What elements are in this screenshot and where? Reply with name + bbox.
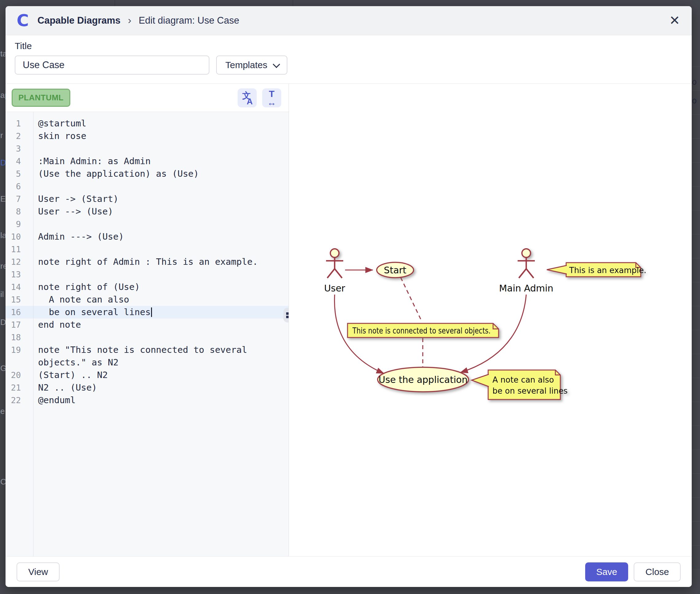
chevron-right-icon: › [128, 14, 131, 26]
edge-row-line [692, 497, 700, 498]
editor-row[interactable]: 5(Use the application) as (Use) [5, 167, 289, 180]
editor-row[interactable]: 6 [5, 180, 289, 193]
screen: { "header": { "logo_letter": "C", "app_n… [0, 0, 700, 594]
line-number: 15 [5, 293, 33, 306]
chevron-down-icon [273, 60, 280, 68]
line-number: 20 [5, 369, 33, 382]
editor-row[interactable]: 1@startuml [5, 117, 289, 130]
line-number: 18 [5, 331, 33, 343]
line-number: 9 [5, 218, 33, 230]
close-icon[interactable]: ✕ [668, 13, 681, 28]
editor-row[interactable]: 17end note [5, 319, 289, 331]
editor-row[interactable]: 18 [5, 331, 289, 343]
edge-text-fragment: o [692, 96, 700, 106]
code-editor[interactable]: 1@startuml2skin rose34:Main Admin: as Ad… [5, 112, 289, 556]
editor-row[interactable]: 11 [5, 243, 289, 256]
edge-row-line [692, 234, 700, 234]
title-input[interactable] [15, 56, 210, 74]
note-multiline-text-1: A note can also [492, 375, 554, 385]
code-line: @startuml [33, 117, 86, 130]
line-number: 7 [5, 193, 33, 205]
text-width-button[interactable]: T ↔ [262, 88, 281, 107]
templates-button[interactable]: Templates [216, 56, 287, 74]
editor-row[interactable]: 7User -> (Start) [5, 193, 289, 205]
line-number: 5 [5, 167, 33, 180]
editor-row[interactable]: 20(Start) .. N2 [5, 369, 289, 382]
usecase-use-application: Use the application [378, 367, 469, 392]
code-line: A note can also [33, 293, 129, 306]
edge-row-line [692, 450, 700, 450]
save-button[interactable]: Save [585, 562, 628, 582]
code-line: :Main Admin: as Admin [33, 155, 151, 167]
editor-row[interactable]: 12note right of Admin : This is an examp… [5, 256, 289, 268]
translate-icon: 文 A [240, 89, 255, 107]
actor-user: User [324, 249, 345, 294]
editor-row[interactable]: 19note "This note is connected to severa… [5, 343, 289, 356]
actor-main-admin: Main Admin [499, 249, 553, 294]
edge-row-line [692, 330, 700, 330]
edge-text-fragment: o [692, 77, 700, 88]
code-line [33, 268, 38, 281]
gutter-separator [33, 112, 33, 556]
code-line: Admin ---> (Use) [33, 230, 124, 243]
code-line: N2 .. (Use) [33, 382, 97, 394]
breadcrumb-page-title: Edit diagram: Use Case [139, 15, 239, 26]
editor-row[interactable]: objects." as N2 [5, 356, 289, 369]
view-button[interactable]: View [17, 562, 60, 582]
editor-row[interactable]: 2skin rose [5, 130, 289, 142]
line-number: 10 [5, 230, 33, 243]
note-example: This is an example. [547, 263, 646, 277]
edge-row-line [692, 67, 700, 67]
editor-row[interactable]: 4:Main Admin: as Admin [5, 155, 289, 167]
edge-row-line [692, 426, 700, 426]
edge-row-line [692, 378, 700, 378]
edge-text-fragment: ta [0, 49, 5, 60]
code-line [33, 218, 38, 230]
edge-text-fragment: re [0, 261, 5, 272]
edge-row-line [692, 186, 700, 187]
editor-row[interactable]: 15 A note can also [5, 293, 289, 306]
edge-text-fragment: e [0, 406, 5, 417]
editor-row[interactable]: 10Admin ---> (Use) [5, 230, 289, 243]
note-multiline: A note can also be on several lines [472, 370, 568, 399]
usecase-start-label: Start [384, 265, 407, 275]
line-number: 17 [5, 319, 33, 331]
translate-button[interactable]: 文 A [237, 88, 257, 107]
close-button[interactable]: Close [634, 562, 681, 582]
edge-text-fragment: Go [0, 364, 5, 374]
editor-row[interactable]: 3 [5, 142, 289, 155]
actor-main-admin-label: Main Admin [499, 283, 553, 294]
line-number: 16 [5, 306, 33, 319]
edge-row-line [692, 210, 700, 210]
code-line [33, 331, 38, 343]
editor-row[interactable]: 8User --> (Use) [5, 205, 289, 218]
editor-row[interactable]: 14note right of (Use) [5, 281, 289, 293]
edge-row-line [692, 258, 700, 258]
line-number: 2 [5, 130, 33, 142]
code-line: skin rose [33, 130, 86, 142]
editor-rows: 1@startuml2skin rose34:Main Admin: as Ad… [5, 117, 289, 406]
edge-row-line [692, 138, 700, 139]
edit-diagram-modal: C Capable Diagrams › Edit diagram: Use C… [5, 6, 692, 587]
code-line: be on several lines [33, 306, 152, 319]
edge-row-line [692, 114, 700, 115]
code-line: note right of (Use) [33, 281, 140, 293]
code-line: (Use the application) as (Use) [33, 167, 199, 180]
editor-toolbar: PLANTUML 文 A T ↔ [5, 84, 289, 112]
line-number: 19 [5, 343, 33, 356]
line-number: 3 [5, 142, 33, 155]
code-line: @enduml [33, 394, 75, 406]
edge-start-n2 [401, 277, 422, 322]
title-label: Title [15, 41, 682, 51]
line-number: 14 [5, 281, 33, 293]
editor-row[interactable]: 21N2 .. (Use) [5, 382, 289, 394]
editor-row[interactable]: 16 be on several lines [5, 306, 289, 319]
line-number: 1 [5, 117, 33, 130]
edge-row-line [692, 521, 700, 522]
underlying-page-divider [115, 0, 115, 6]
editor-row[interactable]: 22@enduml [5, 394, 289, 406]
editor-row[interactable]: 13 [5, 268, 289, 281]
code-line: (Start) .. N2 [33, 369, 108, 382]
editor-row[interactable]: 9 [5, 218, 289, 230]
code-line: end note [33, 319, 81, 331]
